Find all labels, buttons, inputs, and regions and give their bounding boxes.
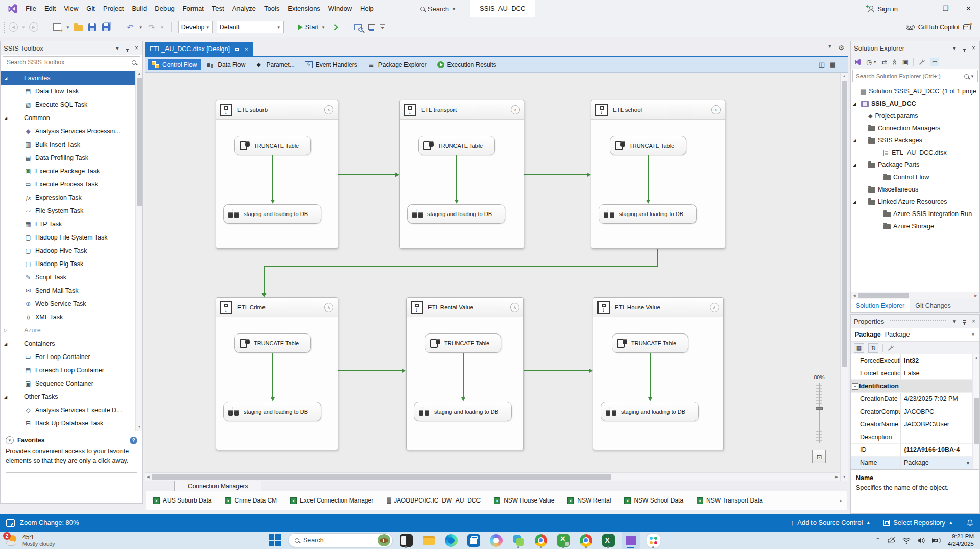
menu-item[interactable]: Edit bbox=[40, 0, 60, 17]
chevron-down-icon[interactable]: ▼ bbox=[21, 25, 26, 30]
chrome[interactable] bbox=[532, 532, 550, 549]
connection-manager-item[interactable]: JACOBPC\IC.IC_DW_AU_DCC bbox=[387, 497, 481, 504]
container-header[interactable]: ↓ ETL House Value ∧ bbox=[593, 298, 723, 317]
close-icon[interactable]: × bbox=[245, 46, 248, 52]
navigate-forward-icon[interactable]: ► bbox=[29, 22, 38, 32]
slack[interactable] bbox=[644, 532, 662, 549]
show-hidden-icons-chevron[interactable]: ⌃ bbox=[875, 537, 880, 544]
toolbox-item[interactable]: Bulk Insert Task bbox=[1, 138, 142, 151]
start-debug-button[interactable]: Start ▼ bbox=[298, 23, 325, 31]
execute-sql-task[interactable]: TRUNCATE Table bbox=[610, 136, 686, 155]
designer-view-tab[interactable]: Event Handlers bbox=[301, 59, 362, 70]
maximize-button[interactable]: ❐ bbox=[934, 0, 957, 17]
scrollbar-thumb[interactable] bbox=[974, 398, 979, 444]
connection-manager-item[interactable]: AUS Suburb Data bbox=[153, 497, 211, 504]
scroll-left-icon[interactable]: ◀ bbox=[145, 473, 152, 481]
expander-icon[interactable] bbox=[853, 138, 858, 143]
close-icon[interactable]: × bbox=[971, 44, 976, 52]
property-row[interactable]: CreatorName JACOBPC\User ▼ bbox=[851, 418, 979, 431]
toolbox-item[interactable]: FTP Task bbox=[1, 218, 142, 231]
properties-icon[interactable]: ▣ bbox=[902, 58, 909, 66]
toolbox-item[interactable]: Azure bbox=[1, 324, 142, 337]
search-control[interactable]: Search ▼ bbox=[420, 5, 456, 13]
collapse-all-icon[interactable]: ≫ bbox=[891, 59, 898, 65]
weather-widget[interactable]: 2 45°F Mostly cloudy bbox=[0, 534, 102, 547]
solution-tree-item[interactable]: Solution 'SSIS_AU_DCC' (1 of 1 proje bbox=[851, 85, 979, 98]
snipping-tool[interactable] bbox=[509, 532, 528, 549]
system-clock[interactable]: 9:21 PM 4/24/2025 bbox=[948, 533, 974, 548]
expander-icon[interactable] bbox=[4, 328, 10, 333]
toolbox-item[interactable]: Analysis Services Processin... bbox=[1, 125, 142, 138]
menu-item[interactable]: Extensions bbox=[283, 0, 324, 17]
collapse-chevron-icon[interactable]: ∧ bbox=[324, 303, 333, 312]
copilot[interactable] bbox=[487, 532, 505, 549]
chevron-down-icon[interactable]: ▼ bbox=[321, 25, 325, 30]
property-value[interactable]: Int32 bbox=[901, 354, 979, 367]
execute-sql-task[interactable]: TRUNCATE Table bbox=[418, 136, 495, 155]
designer-view-tab[interactable]: Data Flow bbox=[203, 59, 249, 70]
menu-item[interactable]: File bbox=[21, 0, 40, 17]
toolbox-item[interactable]: Hadoop Pig Task bbox=[1, 257, 142, 271]
scroll-down-icon[interactable]: ▼ bbox=[136, 423, 143, 431]
toolbox-item[interactable]: Execute Process Task bbox=[1, 178, 142, 191]
collapse-chevron-icon[interactable]: ∧ bbox=[710, 303, 719, 312]
expander-icon[interactable] bbox=[853, 163, 858, 168]
expander-icon[interactable] bbox=[4, 342, 10, 346]
expander-icon[interactable] bbox=[4, 395, 10, 399]
toolbox-item[interactable]: Back Up Database Task bbox=[1, 417, 142, 430]
open-file-icon[interactable] bbox=[74, 22, 84, 32]
panel-tab[interactable]: Solution Explorer bbox=[851, 299, 910, 312]
panel-title-bar[interactable]: Solution Explorer ▼ × bbox=[851, 41, 979, 55]
property-value[interactable] bbox=[899, 380, 979, 392]
pin-icon[interactable] bbox=[963, 47, 966, 50]
alphabetical-sort-icon[interactable]: ⇅ bbox=[868, 343, 878, 353]
expander-icon[interactable] bbox=[853, 200, 858, 204]
start-without-debug-icon[interactable] bbox=[329, 22, 339, 32]
solution-tree-item[interactable]: Azure Storage bbox=[851, 220, 979, 232]
connection-manager-item[interactable]: NSW Rental bbox=[567, 497, 611, 504]
collapse-chevron-icon[interactable]: ∧ bbox=[324, 105, 333, 114]
solution-tree-item[interactable]: Linked Azure Resources bbox=[851, 196, 979, 208]
pin-icon[interactable] bbox=[126, 47, 129, 50]
redo-icon[interactable]: ↷ bbox=[147, 22, 157, 32]
solution-tree-item[interactable]: SSIS Packages bbox=[851, 134, 979, 147]
collapse-icon[interactable]: ▼ bbox=[6, 436, 14, 444]
microsoft-store[interactable] bbox=[464, 532, 483, 549]
package-parts-icon[interactable]: ◫ bbox=[818, 61, 824, 68]
menu-item[interactable]: Project bbox=[99, 0, 128, 17]
panel-tab[interactable]: Git Changes bbox=[910, 299, 955, 312]
preview-selected-items-icon[interactable]: ▭ bbox=[930, 58, 939, 66]
help-icon[interactable]: ? bbox=[130, 437, 137, 444]
toolbox-item[interactable]: Foreach Loop Container bbox=[1, 364, 142, 377]
sequence-container[interactable]: ↓ ETL Crime ∧ TRUNCATE Table staging and… bbox=[216, 297, 338, 450]
toolbox-item[interactable]: XML Task bbox=[1, 311, 142, 324]
designer-view-tab[interactable]: Execution Results bbox=[433, 59, 500, 70]
volume-icon[interactable] bbox=[917, 537, 925, 544]
property-row[interactable]: ID {112A9166-10BA-4 ▼ bbox=[851, 444, 979, 457]
chevron-down-icon[interactable]: ▼ bbox=[951, 45, 958, 51]
property-row[interactable]: Name Package ▼ bbox=[851, 457, 979, 469]
execute-sql-task[interactable]: TRUNCATE Table bbox=[425, 333, 501, 353]
solution-tree-item[interactable]: ETL_AU_DCC.dtsx bbox=[851, 147, 979, 159]
toolbox-search-input[interactable]: Search SSIS Toolbox bbox=[3, 56, 140, 68]
toolbar-grip[interactable] bbox=[3, 21, 5, 33]
toolbox-item[interactable]: File System Task bbox=[1, 204, 142, 218]
expander-icon[interactable] bbox=[853, 102, 858, 106]
toolbox-item[interactable]: Favorites bbox=[1, 71, 142, 85]
scroll-up-icon[interactable]: ▲ bbox=[841, 73, 848, 80]
property-row[interactable]: ForcedExecutio Int32 ▼ bbox=[851, 354, 979, 367]
designer-view-tab[interactable]: Package Explorer bbox=[364, 59, 431, 70]
scrollbar-thumb[interactable] bbox=[137, 78, 142, 206]
object-selector[interactable]: Package Package ▼ bbox=[851, 328, 979, 341]
property-value[interactable] bbox=[901, 431, 979, 443]
container-header[interactable]: ↓ ETL transport ∧ bbox=[400, 100, 524, 120]
zoom-to-fit-button[interactable]: ⊡ bbox=[812, 450, 826, 463]
container-header[interactable]: ↓ ETL suburb ∧ bbox=[216, 100, 338, 120]
property-value[interactable]: JACOBPC\User bbox=[901, 418, 979, 431]
gear-icon[interactable]: ⚙ bbox=[838, 44, 844, 52]
data-flow-task[interactable]: staging and loading to DB bbox=[599, 204, 697, 224]
connection-manager-item[interactable]: Excel Connection Manager bbox=[290, 497, 373, 504]
menu-item[interactable]: Debug bbox=[151, 0, 178, 17]
wrench-icon[interactable] bbox=[918, 58, 925, 65]
panel-title-bar[interactable]: Properties ▼ × bbox=[851, 315, 979, 328]
